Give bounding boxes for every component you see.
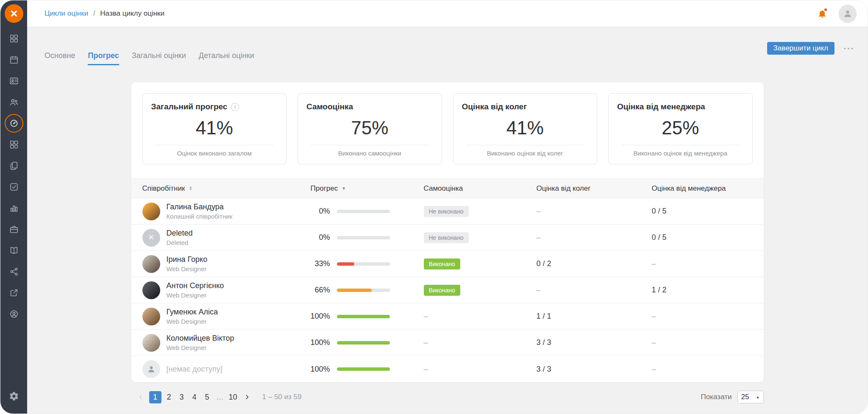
progress-bar (337, 315, 390, 318)
page-size-select[interactable]: 25 ▲ (737, 391, 764, 403)
manager-assessment-cell: 0 / 5 (652, 233, 764, 242)
table-body: Галина Бандура Колишній співробітник 0% … (131, 198, 764, 382)
progress-card: Загальний прогрес i 41% Оцінок виконано … (131, 82, 764, 382)
cases-icon[interactable] (5, 220, 23, 239)
pagination-ellipsis: … (215, 391, 225, 403)
stat-manager-assessment: Оцінка від менеджера 25% Виконано оцінок… (608, 93, 753, 164)
notification-dot (824, 8, 827, 11)
table-header: Співробітник ▲▼ Прогрес ▼ Самооцінка Оці… (131, 178, 764, 198)
notifications-icon[interactable] (815, 6, 829, 21)
performance-icon[interactable] (5, 114, 23, 133)
settings-gear-icon[interactable] (5, 387, 23, 406)
pagination-page-10[interactable]: 10 (228, 391, 239, 403)
table-row[interactable]: [немає доступу] 100% – 3 / 3 – (131, 356, 764, 382)
page-header: Основне Прогрес Загальні оцінки Детальні… (27, 27, 868, 65)
avatar (142, 334, 160, 352)
info-icon[interactable]: i (231, 103, 239, 111)
progress-value: 0% (311, 207, 330, 216)
tabs: Основне Прогрес Загальні оцінки Детальні… (45, 51, 254, 65)
breadcrumb-link[interactable]: Цикли оцінки (45, 9, 88, 17)
pagination-page-4[interactable]: 4 (189, 391, 200, 403)
employees-table: Співробітник ▲▼ Прогрес ▼ Самооцінка Оці… (131, 178, 764, 382)
stat-title: Самооцінка (306, 102, 353, 111)
calendar-icon[interactable] (5, 50, 23, 69)
self-assessment-cell: Виконано (424, 258, 537, 270)
stat-caption: Оцінок виконано загалом (151, 150, 278, 157)
status-badge: Не виконано (424, 232, 469, 243)
finish-cycle-button[interactable]: Завершити цикл (767, 42, 835, 55)
tab-main[interactable]: Основне (45, 51, 75, 65)
peer-assessment-cell: 3 / 3 (537, 365, 652, 374)
self-assessment-cell: – (424, 338, 537, 347)
sort-desc-icon[interactable]: ▼ (342, 186, 346, 191)
tab-detailed-scores[interactable]: Детальні оцінки (199, 51, 254, 65)
avatar: ✕ (142, 229, 160, 247)
pagination-page-2[interactable]: 2 (164, 391, 174, 403)
pagination-prev-icon[interactable] (135, 391, 147, 403)
stat-caption: Виконано самооцінки (306, 150, 433, 157)
progress-value: 100% (311, 365, 330, 374)
pagination-page-3[interactable]: 3 (177, 391, 187, 403)
tasks-icon[interactable] (5, 178, 23, 196)
user-avatar[interactable] (839, 5, 857, 22)
logo-mark-icon (8, 8, 19, 19)
stat-value: 41% (151, 117, 278, 139)
more-options-icon[interactable]: ⋯ (843, 42, 855, 55)
peer-assessment-cell: 3 / 3 (537, 338, 652, 347)
stat-value: 41% (462, 117, 589, 139)
tab-overall-scores[interactable]: Загальні оцінки (132, 51, 186, 65)
pagination-pages: 12345…10 (149, 391, 239, 403)
employee-name: Ірина Горко (167, 255, 208, 264)
knowledge-base-icon[interactable] (5, 241, 23, 260)
table-row[interactable]: Антон Сергієнко Web Designer 66% Виконан… (131, 277, 764, 303)
tab-progress[interactable]: Прогрес (88, 51, 119, 65)
pagination: 12345…10 1 – 50 из 59 Показати 25 ▲ (131, 391, 764, 403)
table-row[interactable]: Гуменюк Аліса Web Designer 100% – 1 / 1 … (131, 303, 764, 330)
directory-icon[interactable] (5, 72, 23, 90)
avatar (142, 360, 160, 378)
table-row[interactable]: Галина Бандура Колишній співробітник 0% … (131, 198, 764, 225)
pagination-page-5[interactable]: 5 (202, 391, 212, 403)
org-chart-icon[interactable] (5, 262, 23, 281)
integrations-icon[interactable] (5, 283, 23, 302)
pagination-next-icon[interactable] (241, 391, 253, 403)
documents-icon[interactable] (5, 156, 23, 175)
reports-icon[interactable] (5, 199, 23, 217)
manager-assessment-cell: – (652, 259, 764, 268)
pagination-page-1[interactable]: 1 (149, 391, 161, 403)
progress-value: 33% (311, 259, 330, 268)
peer-assessment-cell: 1 / 1 (537, 312, 652, 321)
table-row[interactable]: Ірина Горко Web Designer 33% Виконано 0 … (131, 251, 764, 277)
page-size-label: Показати (701, 393, 732, 401)
self-assessment-cell: – (424, 365, 537, 374)
profile-icon[interactable] (5, 305, 23, 323)
column-manager-assessment: Оцінка від менеджера (652, 184, 726, 193)
topbar: Цикли оцінки / Назва циклу оцінки (27, 0, 868, 27)
employee-name: [немає доступу] (167, 365, 223, 374)
employee-name: Антон Сергієнко (167, 281, 224, 290)
stat-value: 25% (617, 117, 744, 139)
breadcrumb-separator: / (93, 9, 95, 17)
stat-title: Загальний прогрес (151, 102, 228, 111)
stat-title: Оцінка від менеджера (617, 102, 705, 111)
pagination-range: 1 – 50 из 59 (262, 393, 302, 401)
apps-icon[interactable] (5, 135, 23, 154)
status-badge: Виконано (424, 285, 460, 296)
dashboard-icon[interactable] (5, 29, 23, 48)
status-badge: Не виконано (424, 206, 469, 217)
manager-assessment-cell: – (652, 312, 764, 321)
sort-both-icon[interactable]: ▲▼ (189, 186, 192, 191)
peer-assessment-cell: 0 / 2 (537, 259, 652, 268)
avatar (142, 255, 160, 273)
app-logo[interactable] (5, 4, 23, 23)
table-row[interactable]: ✕ Deleted Deleted 0% Не виконано – 0 / 5 (131, 225, 764, 251)
column-peer-assessment: Оцінка від колег (537, 184, 591, 193)
people-icon[interactable] (5, 93, 23, 111)
peer-assessment-cell: – (537, 233, 652, 242)
app-window: Цикли оцінки / Назва циклу оцінки Основн… (0, 0, 868, 414)
progress-bar (337, 289, 390, 292)
employee-name: Deleted (167, 229, 193, 238)
manager-assessment-cell: 1 / 2 (652, 286, 764, 295)
table-row[interactable]: Коломийцев Віктор Web Designer 100% – 3 … (131, 330, 764, 356)
self-assessment-cell: Не виконано (424, 206, 537, 217)
